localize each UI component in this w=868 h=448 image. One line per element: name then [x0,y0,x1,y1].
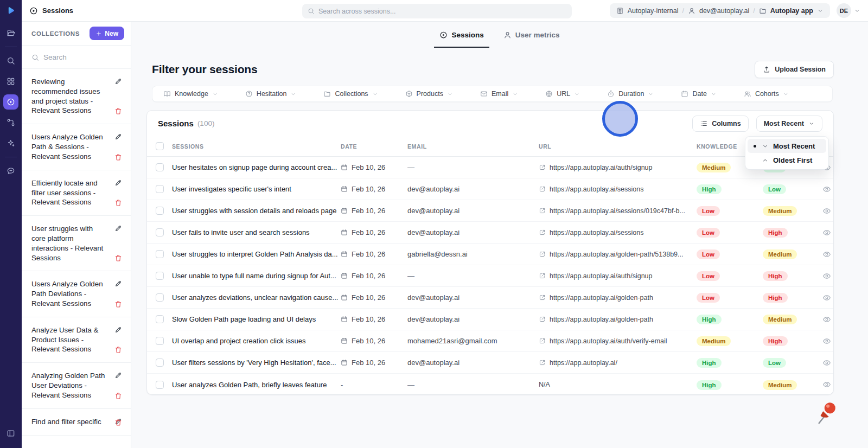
row-checkbox[interactable] [156,337,164,345]
edit-collection-icon[interactable] [114,225,122,232]
breadcrumb-project[interactable]: Autoplay app [770,7,813,15]
sort-dropdown-button[interactable]: Most Recent [756,116,822,132]
delete-collection-icon[interactable] [114,254,122,262]
account-menu[interactable]: DE [837,3,860,18]
view-session-icon[interactable] [822,250,831,259]
session-title[interactable]: User filters sessions by 'Very High Hesi… [172,359,341,367]
breadcrumb-org[interactable]: Autoplay-internal [628,7,679,15]
rail-item-search[interactable] [3,53,18,68]
table-row[interactable]: UI overlap and project creation click is… [147,330,833,352]
view-session-icon[interactable] [822,380,831,389]
avatar[interactable]: DE [837,3,851,18]
sort-option-oldest-first[interactable]: Oldest First [748,153,826,167]
session-title[interactable]: User hesitates on signup page during acc… [172,163,341,171]
session-title[interactable]: User analyzes Golden Path, briefly leave… [172,381,341,389]
table-row[interactable]: User investigates specific user's intent… [147,178,833,200]
collection-item[interactable]: Efficiently locate and filter user sessi… [22,170,131,216]
session-url[interactable]: https://app.autoplay.ai/auth/verify-emai… [539,337,697,345]
session-url[interactable]: https://app.autoplay.ai/ [539,359,697,367]
collection-item[interactable]: Reviewing recommended issues and project… [22,69,131,124]
view-session-icon[interactable] [822,272,831,280]
filter-chip-duration[interactable]: Duration [607,90,654,98]
rail-item-sparkles[interactable] [3,136,18,151]
delete-collection-icon[interactable] [114,300,122,308]
row-checkbox[interactable] [156,293,164,302]
column-header-date[interactable]: DATE [341,143,407,150]
table-row[interactable]: Slow Golden Path page loading and UI del… [147,309,833,330]
collections-search-input[interactable] [43,53,123,61]
tab-user-metrics[interactable]: User metrics [501,22,562,48]
row-checkbox[interactable] [156,359,164,367]
edit-collection-icon[interactable] [114,280,122,287]
rail-item-chat[interactable] [3,163,18,178]
collection-item[interactable]: Users Analyze Golden Path Deviations - R… [22,271,131,317]
collection-item[interactable]: User struggles with core platform intera… [22,216,131,271]
table-row[interactable]: User struggles to interpret Golden Path … [147,244,833,265]
session-url[interactable]: N/A [539,381,697,388]
new-collection-button[interactable]: New [90,27,124,40]
collection-item[interactable]: Analyzing Golden Path User Deviations - … [22,363,131,408]
column-header-sessions[interactable]: SESSIONS [172,143,341,150]
edit-collection-icon[interactable] [114,133,122,140]
edit-collection-icon[interactable] [114,179,122,187]
session-title[interactable]: User analyzes deviations, unclear naviga… [172,293,341,302]
sort-option-most-recent[interactable]: Most Recent [748,139,826,153]
row-checkbox[interactable] [156,250,164,258]
session-title[interactable]: User struggles with session details and … [172,207,341,215]
view-session-icon[interactable] [822,359,831,367]
session-title[interactable]: User investigates specific user's intent [172,185,341,193]
view-session-icon[interactable] [822,207,831,215]
session-url[interactable]: https://app.autoplay.ai/sessions/019c47b… [539,207,697,215]
edit-collection-icon[interactable] [114,372,122,379]
session-title[interactable]: Slow Golden Path page loading and UI del… [172,315,341,323]
upload-session-button[interactable]: Upload Session [755,61,834,78]
session-title[interactable]: UI overlap and project creation click is… [172,337,341,345]
row-checkbox[interactable] [156,228,164,236]
session-title[interactable]: User struggles to interpret Golden Path … [172,250,341,258]
collection-item[interactable]: Analyze User Data & Product Issues - Rel… [22,317,131,363]
session-url[interactable]: https://app.autoplay.ai/golden-path [539,294,697,302]
breadcrumb[interactable]: Autoplay-internal / dev@autoplay.ai / Au… [610,3,830,18]
view-session-icon[interactable] [822,315,831,324]
global-search[interactable] [302,4,572,18]
sidebar-collapse-button[interactable] [3,426,18,441]
rail-item-play-circle[interactable] [3,94,18,110]
session-title[interactable]: User fails to invite user and search ses… [172,228,341,236]
session-url[interactable]: https://app.autoplay.ai/auth/signup [539,272,697,280]
rail-item-folder-open[interactable] [3,25,18,41]
app-logo[interactable] [0,0,22,22]
delete-collection-icon[interactable] [114,392,122,400]
table-row[interactable]: User filters sessions by 'Very High Hesi… [147,352,833,374]
table-row[interactable]: User struggles with session details and … [147,200,833,222]
delete-collection-icon[interactable] [114,153,122,161]
global-search-input[interactable] [318,8,566,15]
filter-chip-email[interactable]: Email [480,90,518,98]
session-url[interactable]: https://app.autoplay.ai/golden-path/5138… [539,251,697,258]
delete-collection-icon[interactable] [114,419,122,426]
table-row[interactable]: User hesitates on signup page during acc… [147,157,833,178]
columns-button[interactable]: Columns [692,116,748,132]
rail-item-grid[interactable] [3,74,18,89]
column-header-email[interactable]: EMAIL [407,143,539,150]
rail-item-nodes[interactable] [3,115,18,130]
delete-collection-icon[interactable] [114,107,122,115]
row-checkbox[interactable] [156,163,164,171]
collection-item[interactable]: Users Analyze Golden Path & Sessions - R… [22,124,131,170]
tab-sessions[interactable]: Sessions [437,22,486,48]
column-header-url[interactable]: URL [539,143,697,150]
row-checkbox[interactable] [156,207,164,215]
breadcrumb-user[interactable]: dev@autoplay.ai [699,7,749,15]
session-url[interactable]: https://app.autoplay.ai/golden-path [539,316,697,323]
edit-collection-icon[interactable] [114,78,122,85]
table-row[interactable]: User analyzes deviations, unclear naviga… [147,287,833,309]
session-url[interactable]: https://app.autoplay.ai/sessions [539,229,697,236]
view-session-icon[interactable] [822,228,831,237]
table-row[interactable]: User analyzes Golden Path, briefly leave… [147,374,833,395]
collections-search[interactable] [22,46,131,69]
session-url[interactable]: https://app.autoplay.ai/auth/signup [539,164,697,171]
view-session-icon[interactable] [822,185,831,194]
filter-chip-knowledge[interactable]: Knowledge [163,90,218,98]
view-session-icon[interactable] [822,293,831,302]
filter-chip-products[interactable]: Products [405,90,453,98]
session-url[interactable]: https://app.autoplay.ai/sessions [539,185,697,193]
